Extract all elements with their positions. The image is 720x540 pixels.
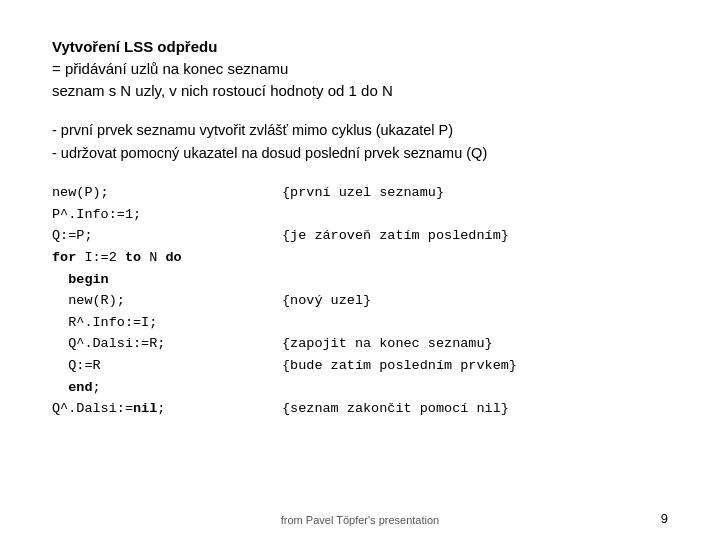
code-text-5: new(R);: [52, 290, 282, 312]
code-row-7: Q^.Dalsi:=R; {zapojit na konec seznamu}: [52, 333, 668, 355]
code-row-2: Q:=P; {je zároveň zatím posledním}: [52, 225, 668, 247]
code-row-9: end;: [52, 377, 668, 399]
code-text-7: Q^.Dalsi:=R;: [52, 333, 282, 355]
code-section: new(P); {první uzel seznamu} P^.Info:=1;…: [52, 182, 668, 420]
title-block: Vytvoření LSS odpředu = přidávání uzlů n…: [52, 36, 668, 101]
code-text-4: begin: [52, 269, 282, 291]
code-comment-7: {zapojit na konec seznamu}: [282, 333, 493, 355]
code-comment-8: {bude zatím posledním prvkem}: [282, 355, 517, 377]
title-line-3: seznam s N uzly, v nich rostoucí hodnoty…: [52, 80, 668, 102]
code-text-0: new(P);: [52, 182, 282, 204]
code-row-0: new(P); {první uzel seznamu}: [52, 182, 668, 204]
code-text-3: for I:=2 to N do: [52, 247, 282, 269]
code-comment-2: {je zároveň zatím posledním}: [282, 225, 509, 247]
code-row-1: P^.Info:=1;: [52, 204, 668, 226]
code-comment-5: {nový uzel}: [282, 290, 371, 312]
code-row-8: Q:=R {bude zatím posledním prvkem}: [52, 355, 668, 377]
code-comment-10: {seznam zakončit pomocí nil}: [282, 398, 509, 420]
footer: from Pavel Töpfer's presentation: [0, 514, 720, 526]
code-row-5: new(R); {nový uzel}: [52, 290, 668, 312]
description-block: - první prvek seznamu vytvořit zvlášť mi…: [52, 119, 668, 164]
code-text-9: end;: [52, 377, 282, 399]
code-row-10: Q^.Dalsi:=nil; {seznam zakončit pomocí n…: [52, 398, 668, 420]
description-line-1: - první prvek seznamu vytvořit zvlášť mi…: [52, 119, 668, 141]
code-comment-0: {první uzel seznamu}: [282, 182, 444, 204]
code-text-8: Q:=R: [52, 355, 282, 377]
code-text-6: R^.Info:=I;: [52, 312, 282, 334]
title-line-2: = přidávání uzlů na konec seznamu: [52, 58, 668, 80]
slide-container: Vytvoření LSS odpředu = přidávání uzlů n…: [0, 0, 720, 540]
description-line-2: - udržovat pomocný ukazatel na dosud pos…: [52, 142, 668, 164]
title-line-1: Vytvoření LSS odpředu: [52, 36, 668, 58]
code-text-10: Q^.Dalsi:=nil;: [52, 398, 282, 420]
page-number: 9: [661, 511, 668, 526]
code-text-2: Q:=P;: [52, 225, 282, 247]
code-row-4: begin: [52, 269, 668, 291]
footer-text: from Pavel Töpfer's presentation: [281, 514, 439, 526]
code-row-6: R^.Info:=I;: [52, 312, 668, 334]
code-text-1: P^.Info:=1;: [52, 204, 282, 226]
code-row-3: for I:=2 to N do: [52, 247, 668, 269]
